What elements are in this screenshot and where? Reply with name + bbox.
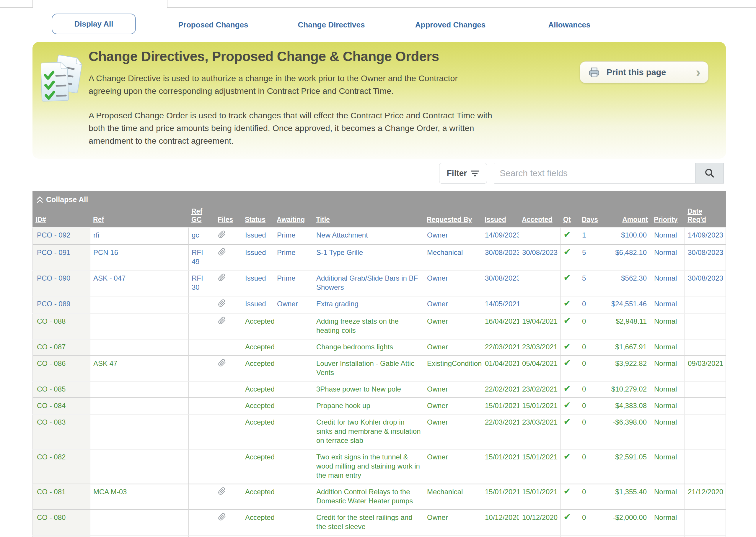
cell-date-reqd [685,449,726,484]
cell-title[interactable]: S-1 Type Grille [313,245,424,270]
cell-title[interactable]: New Attachment [313,227,424,245]
cell-files[interactable] [215,449,242,484]
tab-display-all[interactable]: Display All [52,14,136,34]
banner: Change Directives, Proposed Change & Cha… [32,42,726,159]
cell-files[interactable] [215,313,242,339]
cell-id[interactable]: CO - 086 [32,355,90,381]
cell-requested-by: Owner [424,414,482,449]
column-header-awaiting[interactable]: Awaiting [274,205,313,227]
cell-title[interactable]: Louver Installation - Gable Attic Vents [313,355,424,381]
cell-title[interactable]: Addition Control Relays to the Domestic … [313,484,424,510]
column-header-qt[interactable]: Qt [560,205,579,227]
column-header-ref-gc[interactable]: Ref GC [188,205,215,227]
column-header-requested-by[interactable]: Requested By [424,205,482,227]
search-button[interactable] [695,163,724,184]
cell-issued: 22/03/2021 [482,339,519,355]
tab-allowances[interactable]: Allowances [548,21,590,29]
cell-files[interactable] [215,270,242,296]
paperclip-icon[interactable] [218,273,226,284]
column-header-issued[interactable]: Issued [482,205,519,227]
column-header-amount[interactable]: Amount [606,205,651,227]
paperclip-icon[interactable] [218,513,226,523]
cell-title[interactable]: 3Phase power to New pole [313,381,424,398]
cell-files[interactable] [215,227,242,245]
cell-amount: $10,279.02 [606,381,651,398]
cell-title[interactable]: Additional Grab/Slide Bars in BF Showers [313,270,424,296]
top-tab-strip [0,0,756,8]
cell-status: Accepted [242,484,274,510]
cell-id[interactable]: PCO - 091 [32,245,90,270]
cell-title[interactable]: Propane hook up [313,398,424,414]
cell-files[interactable] [215,414,242,449]
cell-id[interactable]: CO - 083 [32,414,90,449]
paperclip-icon[interactable] [218,299,226,309]
double-chevron-up-icon [37,196,43,204]
paperclip-icon[interactable] [218,487,226,497]
column-header-ref[interactable]: Ref [90,205,188,227]
paperclip-icon[interactable] [218,316,226,327]
cell-title[interactable]: Credit for missing walls and bulkheads [313,535,424,537]
cell-amount: -$6,398.00 [606,414,651,449]
cell-title[interactable]: Two exit signs in the tunnel & wood mill… [313,449,424,484]
cell-files[interactable] [215,381,242,398]
cell-ref [90,510,188,535]
cell-title[interactable]: Credit for two Kohler drop in sinks and … [313,414,424,449]
tab-approved-changes[interactable]: Approved Changes [415,21,485,29]
cell-files[interactable] [215,355,242,381]
cell-id[interactable]: CO - 080 [32,510,90,535]
cell-id[interactable]: PCO - 092 [32,227,90,245]
cell-title[interactable]: Adding freeze stats on the heating coils [313,313,424,339]
column-header-files[interactable]: Files [215,205,242,227]
cell-files[interactable] [215,398,242,414]
cell-title[interactable]: Credit for the steel railings and the st… [313,510,424,535]
cell-files[interactable] [215,296,242,313]
cell-id[interactable]: CO - 087 [32,339,90,355]
paperclip-icon[interactable] [218,230,226,240]
cell-id[interactable]: CO - 084 [32,398,90,414]
column-header-date-reqd[interactable]: Date Req'd [685,205,726,227]
column-header-title[interactable]: Title [313,205,424,227]
cell-id[interactable]: PCO - 090 [32,270,90,296]
paperclip-icon[interactable] [218,359,226,369]
cell-ref-gc [188,313,215,339]
cell-days: 0 [579,296,606,313]
cell-title[interactable]: Change bedrooms lights [313,339,424,355]
cell-files[interactable] [215,339,242,355]
cell-amount: $100.00 [606,227,651,245]
cell-priority: Normal [651,296,685,313]
cell-files[interactable] [215,510,242,535]
column-header-accepted[interactable]: Accepted [519,205,560,227]
column-header-priority[interactable]: Priority [651,205,685,227]
cell-status: Issued [242,296,274,313]
cell-amount: $24,551.46 [606,296,651,313]
collapse-all-button[interactable]: Collapse All [37,195,88,204]
cell-id[interactable]: CO - 088 [32,313,90,339]
cell-id[interactable]: CO - 081 [32,484,90,510]
cell-priority: Normal [651,227,685,245]
cell-files[interactable] [215,484,242,510]
column-header-days[interactable]: Days [579,205,606,227]
column-header-id[interactable]: ID# [32,205,90,227]
cell-files[interactable] [215,245,242,270]
paperclip-icon[interactable] [218,248,226,258]
column-header-status[interactable]: Status [242,205,274,227]
table-row: CO - 085 Accepted 3Phase power to New po… [32,381,726,398]
cell-files[interactable] [215,535,242,537]
search-input[interactable] [494,163,695,184]
tab-change-directives[interactable]: Change Directives [298,21,365,29]
cell-title[interactable]: Extra grading [313,296,424,313]
cell-id[interactable]: CO - 082 [32,449,90,484]
print-button[interactable]: Print this page › [580,62,708,83]
cell-id[interactable]: CO - 085 [32,381,90,398]
table-row: PCO - 089 Issued Owner Extra grading Own… [32,296,726,313]
cell-requested-by: Owner [424,449,482,484]
cell-id[interactable]: PCO - 089 [32,296,90,313]
tab-proposed-changes[interactable]: Proposed Changes [178,21,248,29]
chevron-right-icon: › [696,66,700,78]
cell-priority: Normal [651,398,685,414]
cell-qt: ✔ [560,449,579,484]
cell-id[interactable]: CO - 079 [32,535,90,537]
filter-button[interactable]: Filter [439,163,487,184]
cell-status: Accepted [242,398,274,414]
cell-date-reqd [685,313,726,339]
